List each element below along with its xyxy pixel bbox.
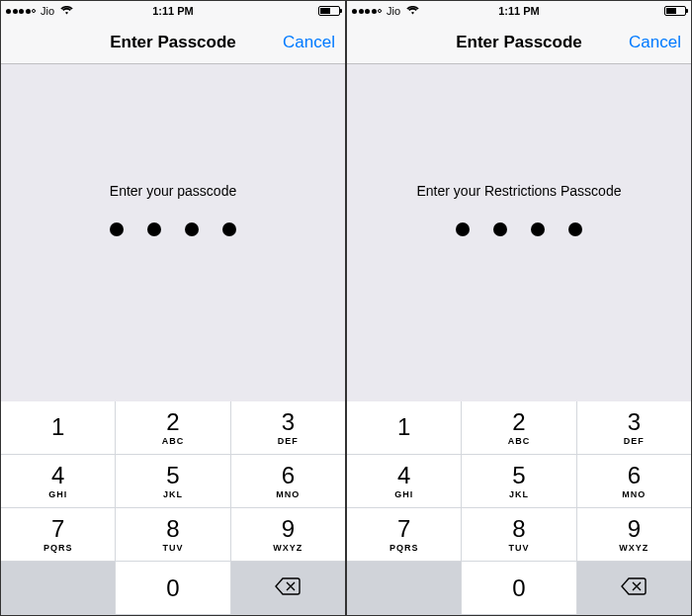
passcode-dot	[456, 222, 470, 236]
key-7[interactable]: 7PQRS	[1, 508, 116, 562]
nav-bar: Enter Passcode Cancel	[1, 21, 345, 64]
key-6[interactable]: 6MNO	[577, 455, 691, 508]
key-8[interactable]: 8TUV	[116, 508, 230, 562]
status-bar: Jio 1:11 PM	[347, 1, 691, 21]
key-4[interactable]: 4GHI	[1, 455, 116, 508]
passcode-dot	[222, 222, 236, 236]
key-9[interactable]: 9WXYZ	[231, 508, 345, 562]
status-time: 1:11 PM	[1, 5, 345, 17]
key-0[interactable]: 0	[462, 562, 576, 615]
key-delete[interactable]	[577, 562, 691, 615]
key-6[interactable]: 6MNO	[231, 455, 345, 508]
passcode-dot	[493, 222, 507, 236]
keypad: 1 2ABC 3DEF 4GHI 5JKL 6MNO 7PQRS 8TUV 9W…	[347, 401, 691, 615]
key-5[interactable]: 5JKL	[116, 455, 230, 508]
nav-bar: Enter Passcode Cancel	[347, 21, 691, 64]
phone-right: Jio 1:11 PM Enter Passcode Cancel Enter …	[347, 1, 691, 615]
passcode-dot	[531, 222, 545, 236]
passcode-dots	[110, 222, 236, 236]
passcode-area: Enter your Restrictions Passcode	[347, 64, 691, 401]
key-2[interactable]: 2ABC	[462, 401, 576, 455]
key-9[interactable]: 9WXYZ	[577, 508, 691, 562]
key-2[interactable]: 2ABC	[116, 401, 230, 455]
key-blank	[1, 562, 116, 615]
key-3[interactable]: 3DEF	[231, 401, 345, 455]
key-1[interactable]: 1	[1, 401, 116, 455]
key-7[interactable]: 7PQRS	[347, 508, 462, 562]
passcode-dot	[185, 222, 199, 236]
key-3[interactable]: 3DEF	[577, 401, 691, 455]
battery-icon	[664, 6, 686, 16]
passcode-prompt: Enter your passcode	[110, 183, 236, 199]
backspace-icon	[275, 577, 301, 599]
cancel-button[interactable]: Cancel	[283, 33, 335, 52]
key-5[interactable]: 5JKL	[462, 455, 576, 508]
key-8[interactable]: 8TUV	[462, 508, 576, 562]
passcode-prompt: Enter your Restrictions Passcode	[417, 183, 622, 199]
status-bar: Jio 1:11 PM	[1, 1, 345, 21]
passcode-dot	[110, 222, 124, 236]
keypad: 1 2ABC 3DEF 4GHI 5JKL 6MNO 7PQRS 8TUV 9W…	[1, 401, 345, 615]
backspace-icon	[621, 577, 647, 599]
phone-left: Jio 1:11 PM Enter Passcode Cancel Enter …	[1, 1, 345, 615]
passcode-area: Enter your passcode	[1, 64, 345, 401]
key-4[interactable]: 4GHI	[347, 455, 462, 508]
status-time: 1:11 PM	[347, 5, 691, 17]
key-blank	[347, 562, 462, 615]
passcode-dot	[568, 222, 582, 236]
passcode-dot	[147, 222, 161, 236]
passcode-dots	[456, 222, 582, 236]
battery-icon	[318, 6, 340, 16]
key-delete[interactable]	[231, 562, 345, 615]
cancel-button[interactable]: Cancel	[629, 33, 681, 52]
key-1[interactable]: 1	[347, 401, 462, 455]
key-0[interactable]: 0	[116, 562, 230, 615]
